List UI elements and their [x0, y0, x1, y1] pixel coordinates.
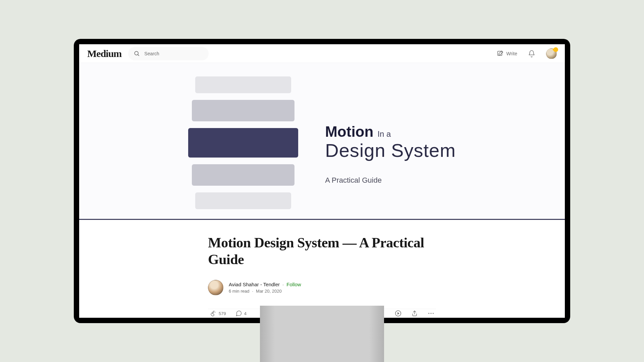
clap-count: 579: [219, 311, 226, 316]
author-top: Aviad Shahar - Tendler · Follow: [229, 282, 301, 287]
topbar: Medium Write: [79, 44, 565, 63]
search-field[interactable]: [128, 47, 209, 60]
monitor-frame: Medium Write: [74, 39, 570, 323]
article-area: Motion Design System — A Practical Guide…: [79, 220, 565, 318]
hero-text: Motion In a Design System A Practical Gu…: [325, 76, 456, 185]
hero-bar: [195, 76, 291, 93]
article: Motion Design System — A Practical Guide…: [208, 235, 436, 318]
hero-bar: [188, 128, 298, 158]
svg-point-4: [428, 313, 429, 314]
screen: Medium Write: [79, 44, 565, 318]
svg-point-0: [135, 51, 139, 55]
notifications-button[interactable]: [528, 50, 535, 57]
hero-title-line2: Design System: [325, 139, 456, 161]
comment-button[interactable]: 4: [235, 310, 247, 317]
more-icon: [427, 310, 435, 317]
topbar-right: Write: [496, 48, 557, 59]
hero-bar: [192, 164, 294, 186]
engagement-left: 579 4: [209, 310, 247, 317]
site-logo[interactable]: Medium: [87, 48, 121, 59]
hero-bar: [195, 192, 291, 209]
separator-dot: ·: [252, 289, 253, 294]
engagement-right: [378, 310, 435, 317]
bell-icon: [528, 50, 535, 57]
write-button[interactable]: Write: [496, 50, 517, 57]
play-circle-icon: [394, 310, 402, 317]
svg-point-6: [433, 313, 434, 314]
article-title: Motion Design System — A Practical Guide: [208, 235, 436, 268]
clap-button[interactable]: 579: [209, 310, 226, 317]
write-icon: [496, 50, 504, 57]
search-icon: [133, 50, 140, 57]
author-bottom: 6 min read · Mar 20, 2020: [229, 289, 301, 294]
author-name[interactable]: Aviad Shahar - Tendler: [229, 282, 280, 287]
author-row: Aviad Shahar - Tendler · Follow 6 min re…: [208, 280, 436, 295]
listen-button[interactable]: [394, 310, 402, 317]
comment-count: 4: [244, 311, 247, 316]
hero-title-thin: In a: [377, 129, 391, 139]
hero-banner: Motion In a Design System A Practical Gu…: [79, 63, 565, 220]
author-avatar[interactable]: [208, 280, 223, 295]
follow-button[interactable]: Follow: [286, 282, 301, 287]
publish-date: Mar 20, 2020: [256, 289, 282, 294]
author-meta: Aviad Shahar - Tendler · Follow 6 min re…: [229, 282, 301, 294]
share-icon: [411, 310, 418, 317]
profile-menu[interactable]: [546, 48, 557, 59]
hero-subtitle: A Practical Guide: [325, 176, 456, 185]
search-input[interactable]: [144, 51, 203, 56]
monitor-stand: [260, 306, 384, 362]
read-time: 6 min read: [229, 289, 249, 294]
separator-dot: ·: [282, 282, 284, 287]
hero-title-bold: Motion: [325, 123, 373, 140]
svg-point-5: [431, 313, 432, 314]
share-button[interactable]: [411, 310, 418, 317]
write-label: Write: [506, 51, 517, 56]
svg-line-1: [138, 54, 139, 56]
hero-title-line1: Motion In a: [325, 123, 456, 140]
hero-bar: [192, 100, 294, 121]
more-button[interactable]: [427, 310, 435, 317]
hero-inner: Motion In a Design System A Practical Gu…: [188, 73, 456, 209]
comment-icon: [235, 310, 242, 317]
hero-illustration: [188, 76, 298, 209]
clap-icon: [209, 310, 217, 317]
